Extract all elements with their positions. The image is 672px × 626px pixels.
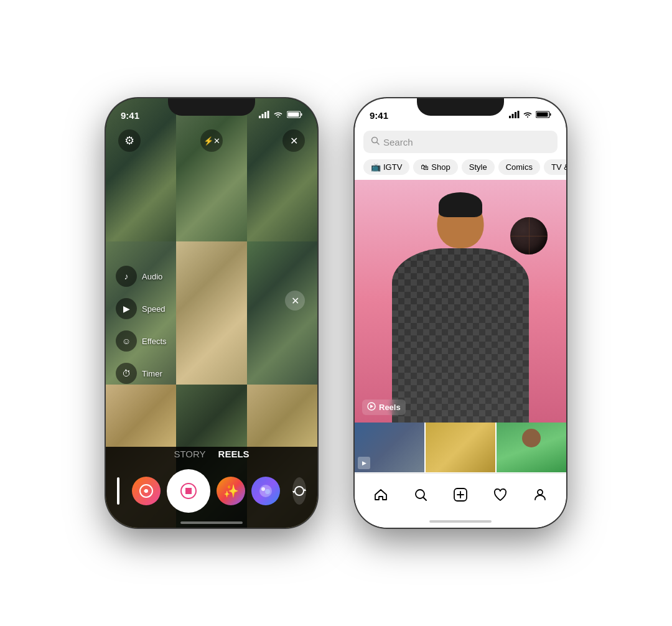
story-mode-label[interactable]: STORY [174,449,205,459]
timer-icon: ⏱ [116,363,137,384]
right-status-bar: 9:41 [355,98,566,126]
tab-tv-movies[interactable]: TV & Movies [544,159,566,175]
scene: 9:41 ⚙ [0,0,672,626]
svg-rect-15 [509,116,511,118]
svg-rect-1 [262,114,264,118]
svg-line-27 [424,497,427,500]
tab-style[interactable]: Style [462,159,495,175]
search-icon [371,136,380,147]
igtv-label: IGTV [383,162,402,172]
sparkle-effect-button[interactable]: ✨ [217,477,245,505]
svg-rect-0 [259,116,261,118]
camera-top-bar: ⚙ ⚡✕ ✕ [106,129,317,152]
svg-point-11 [261,487,265,491]
camera-controls-row: ✨ [106,469,317,513]
thumb-2[interactable] [426,423,495,472]
battery-icon [287,111,302,120]
home-indicator-right [355,515,566,528]
left-status-bar: 9:41 [106,98,317,126]
right-phone: 9:41 [355,98,566,528]
cancel-recording-button[interactable]: ✕ [285,291,305,311]
thumb-3[interactable] [497,423,566,472]
tab-shop[interactable]: 🛍 Shop [413,159,457,175]
grid-cell-mr [247,241,317,385]
flash-button[interactable]: ⚡✕ [200,129,223,152]
effect-orb-button[interactable] [251,477,280,505]
left-status-time: 9:41 [121,110,139,121]
thumb-1[interactable]: ▶ [355,423,424,472]
effects-icon: ☺ [116,330,137,352]
left-status-icons [259,111,302,120]
nav-search[interactable] [405,481,436,508]
svg-rect-17 [515,112,516,118]
left-phone-screen: 9:41 ⚙ [106,98,317,528]
gallery-thumbnail[interactable] [117,477,119,505]
explore-content: Reels ▶ [355,180,566,473]
home-indicator [180,521,243,524]
nav-likes[interactable] [485,481,516,508]
audio-icon: ♪ [116,266,137,287]
svg-rect-3 [268,111,269,118]
speed-icon: ▶ [116,298,137,319]
tab-igtv[interactable]: 📺 IGTV [363,159,409,175]
svg-rect-2 [264,112,266,118]
tab-comics[interactable]: Comics [498,159,540,175]
reel-person [355,180,566,423]
bottom-nav [355,473,566,515]
nav-home[interactable] [365,481,396,508]
svg-marker-25 [370,404,373,408]
camera-modes: STORY REELS [174,449,249,459]
speed-label: Speed [142,304,166,314]
search-bar-wrapper: Search [355,126,566,157]
right-status-icons [509,111,551,120]
shutter-button[interactable] [167,469,210,513]
shop-label: Shop [431,162,450,172]
svg-rect-5 [301,113,302,116]
audio-label: Audio [142,272,162,281]
featured-reel-card[interactable]: Reels [355,180,566,423]
effects-menu-item[interactable]: ☺ Effects [116,330,167,352]
reels-badge: Reels [362,399,406,415]
effects-label: Effects [142,337,167,346]
camera-bottom-bar: STORY REELS [106,447,317,528]
thumbnail-grid: ▶ [355,423,566,473]
home-bar [429,520,492,523]
audio-menu-item[interactable]: ♪ Audio [116,266,167,287]
grid-cell-center [176,241,246,385]
svg-rect-21 [537,112,548,116]
speed-menu-item[interactable]: ▶ Speed [116,298,167,319]
settings-button[interactable]: ⚙ [118,129,141,152]
wifi-icon [273,111,283,120]
right-status-time: 9:41 [370,110,388,121]
nav-profile[interactable] [525,481,556,508]
search-placeholder-text: Search [383,137,413,147]
right-battery-icon [536,111,551,120]
camera-screen: 9:41 ⚙ [106,98,317,528]
svg-rect-16 [512,114,514,118]
svg-point-31 [538,490,543,495]
signal-icon [259,111,269,120]
reels-effect-button[interactable] [132,477,161,505]
right-phone-screen: 9:41 [355,98,566,528]
right-signal-icon [509,111,520,120]
svg-rect-6 [288,112,299,116]
reels-mode-label[interactable]: REELS [218,449,250,459]
reels-badge-icon [367,402,376,413]
svg-point-8 [144,489,148,493]
svg-point-12 [265,489,270,494]
reels-badge-text: Reels [379,403,401,412]
flip-camera-button[interactable] [292,477,306,505]
explore-screen: 9:41 [355,98,566,528]
igtv-icon: 📺 [371,162,381,172]
search-bar[interactable]: Search [363,131,558,153]
shop-icon: 🛍 [421,162,429,172]
timer-menu-item[interactable]: ⏱ Timer [116,363,167,384]
close-button[interactable]: ✕ [282,129,305,152]
svg-rect-18 [518,111,520,118]
right-wifi-icon [523,111,533,120]
left-phone: 9:41 ⚙ [106,98,317,528]
nav-add[interactable] [445,481,476,508]
svg-rect-20 [550,113,551,116]
style-label: Style [469,162,487,172]
camera-side-menu: ♪ Audio ▶ Speed ☺ Effects ⏱ Timer [116,266,167,384]
